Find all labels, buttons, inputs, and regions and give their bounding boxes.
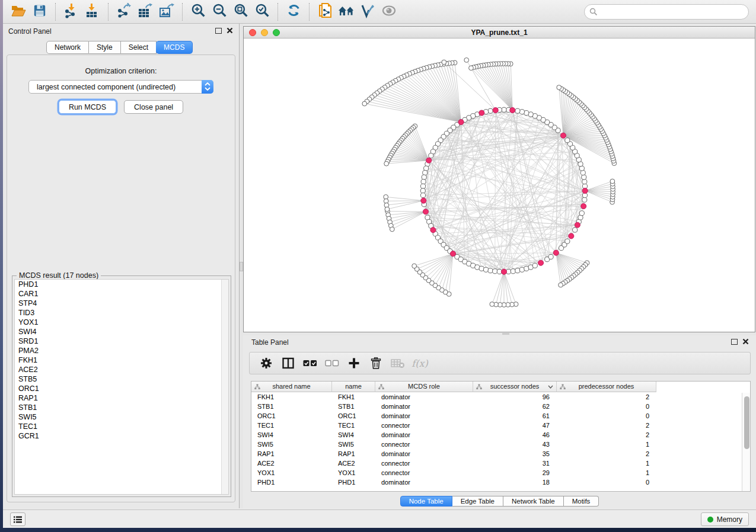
ring-node[interactable] (483, 267, 488, 272)
mcds-result-item[interactable]: CAR1 (15, 289, 228, 299)
zoom-fit-button[interactable] (230, 2, 251, 21)
export-network-button[interactable] (113, 2, 135, 21)
mcds-result-item[interactable]: PMA2 (15, 346, 228, 355)
network-titlebar[interactable]: YPA_prune.txt_1 (244, 27, 755, 39)
mcds-result-item[interactable]: GCR1 (15, 431, 228, 441)
ring-node[interactable] (423, 170, 428, 175)
ring-node[interactable] (582, 197, 587, 202)
leaf-node[interactable] (610, 179, 615, 184)
function-builder-button[interactable]: f(x) (412, 355, 428, 371)
ring-node[interactable] (488, 108, 493, 113)
ring-node[interactable] (532, 263, 537, 268)
import-table-button[interactable] (82, 2, 103, 21)
tab-network[interactable]: Network (46, 41, 89, 54)
task-history-button[interactable] (10, 512, 25, 526)
mcds-hub-node[interactable] (421, 198, 426, 203)
ring-node[interactable] (573, 227, 578, 232)
export-table-button[interactable] (135, 2, 156, 21)
mcds-result-item[interactable]: PHD1 (15, 280, 228, 289)
ring-node[interactable] (515, 268, 520, 273)
mcds-hub-node[interactable] (501, 269, 506, 274)
table-row[interactable]: PHD1PHD1dominator180 (251, 477, 750, 487)
show-hide-button[interactable] (378, 2, 400, 21)
ring-node[interactable] (519, 267, 524, 272)
table-row[interactable]: SWI4SWI4dominator462 (251, 430, 750, 440)
table-row[interactable]: FKH1FKH1dominator962 (251, 392, 750, 402)
mcds-result-item[interactable]: RAP1 (15, 393, 228, 403)
table-row[interactable]: YOX1YOX1connector291 (251, 468, 750, 477)
ring-node[interactable] (524, 111, 529, 116)
ring-node[interactable] (421, 180, 426, 184)
ring-node[interactable] (422, 175, 426, 180)
tab-edge-table[interactable]: Edge Table (452, 496, 503, 507)
mcds-hub-node[interactable] (479, 110, 484, 116)
share-document-button[interactable] (314, 2, 336, 21)
float-panel-icon[interactable] (731, 339, 738, 345)
mcds-result-item[interactable]: STB1 (15, 403, 228, 412)
ring-node[interactable] (565, 138, 570, 143)
network-canvas[interactable] (244, 39, 755, 332)
ring-node[interactable] (424, 166, 429, 171)
leaf-node[interactable] (469, 66, 474, 70)
table-row[interactable]: STB1STB1dominator620 (251, 402, 750, 411)
ring-node[interactable] (582, 175, 586, 180)
select-all-button[interactable] (302, 355, 318, 371)
tab-select[interactable]: Select (121, 41, 157, 54)
visual-style-button[interactable] (357, 2, 378, 21)
tab-network-table[interactable]: Network Table (503, 496, 564, 507)
table-row[interactable]: ACE2ACE2connector311 (251, 459, 750, 468)
close-panel-button[interactable]: Close panel (124, 100, 183, 114)
zoom-selected-button[interactable] (251, 2, 273, 21)
ring-node[interactable] (565, 239, 570, 243)
mcds-hub-node[interactable] (510, 107, 515, 113)
mcds-result-item[interactable]: TEC1 (15, 422, 228, 431)
ring-node[interactable] (548, 254, 553, 259)
column-header-shared-name[interactable]: shared name (251, 382, 332, 392)
unselect-all-button[interactable] (324, 355, 340, 371)
tab-motifs[interactable]: Motifs (564, 496, 599, 507)
close-panel-icon[interactable] (742, 338, 749, 345)
mcds-hub-node[interactable] (430, 227, 436, 233)
search-input[interactable] (584, 4, 749, 20)
ring-node[interactable] (420, 184, 425, 188)
column-header-successor-nodes[interactable]: successor nodes (473, 382, 557, 392)
ring-node[interactable] (479, 266, 484, 271)
export-image-button[interactable] (156, 2, 177, 21)
mcds-list-scrollbar[interactable] (221, 280, 228, 494)
mcds-result-item[interactable]: SWI5 (15, 412, 228, 422)
table-settings-button[interactable] (258, 355, 275, 371)
leaf-node[interactable] (490, 302, 495, 307)
mcds-hub-node[interactable] (458, 119, 464, 124)
refresh-layout-button[interactable] (283, 2, 304, 21)
node-layer[interactable] (362, 58, 617, 307)
ring-node[interactable] (420, 193, 425, 198)
optimization-select[interactable]: largest connected component (undirected) (28, 80, 213, 94)
ring-node[interactable] (502, 107, 506, 112)
mcds-hub-node[interactable] (575, 222, 580, 227)
table-row[interactable]: TEC1TEC1connector472 (251, 421, 750, 430)
ring-node[interactable] (493, 269, 497, 274)
save-session-button[interactable] (29, 2, 50, 21)
delete-row-button[interactable] (368, 355, 384, 371)
mcds-result-item[interactable]: STB5 (15, 374, 228, 384)
splitter-handle[interactable] (502, 333, 509, 335)
leaf-node[interactable] (557, 85, 562, 90)
mcds-hub-node[interactable] (582, 188, 588, 193)
mcds-result-item[interactable]: SWI4 (15, 327, 228, 336)
home-network-button[interactable] (336, 2, 357, 21)
scrollbar-thumb[interactable] (744, 396, 749, 449)
column-header-name[interactable]: name (332, 382, 375, 392)
column-header-mcds-role[interactable]: MCDS role (375, 382, 473, 392)
mcds-result-item[interactable]: ORC1 (15, 384, 228, 393)
mcds-result-item[interactable]: ACE2 (15, 365, 228, 374)
column-header-predecessor-nodes[interactable]: predecessor nodes (557, 382, 656, 392)
ring-node[interactable] (429, 153, 433, 158)
leaf-node[interactable] (390, 227, 394, 232)
float-panel-icon[interactable] (215, 28, 222, 34)
delete-table-button[interactable] (390, 355, 406, 371)
mcds-hub-node[interactable] (538, 260, 543, 265)
open-file-button[interactable] (8, 2, 29, 21)
close-panel-icon[interactable] (227, 27, 233, 34)
leaf-node[interactable] (412, 264, 417, 268)
leaf-node[interactable] (442, 60, 446, 65)
